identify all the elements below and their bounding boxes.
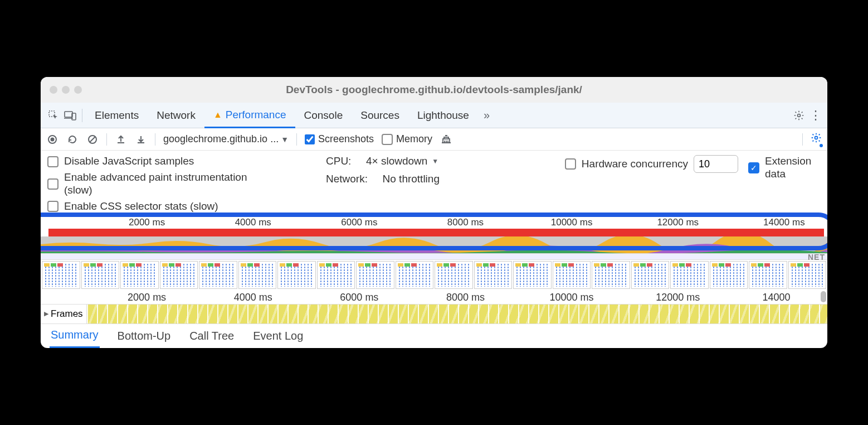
memory-input[interactable]	[382, 134, 393, 145]
capture-settings-icon[interactable]	[811, 132, 822, 146]
inspect-icon[interactable]	[45, 110, 62, 121]
filmstrip-frame[interactable]	[788, 261, 827, 289]
advanced-paint-label: Enable advanced paint instrumentation (s…	[64, 171, 253, 197]
devtools-window: DevTools - googlechrome.github.io/devtoo…	[41, 77, 827, 347]
filmstrip-frame[interactable]	[160, 261, 198, 289]
long-task-bar	[48, 229, 824, 236]
screenshots-input[interactable]	[305, 134, 315, 144]
ruler-tick: 10000 ms	[550, 292, 594, 303]
filmstrip-frame[interactable]	[435, 261, 473, 289]
filmstrip-frame[interactable]	[396, 261, 434, 289]
filmstrip-frame[interactable]	[81, 261, 120, 289]
flamechart-ruler[interactable]: 2000 ms4000 ms6000 ms8000 ms10000 ms1200…	[41, 290, 827, 305]
advanced-paint-row[interactable]: Enable advanced paint instrumentation (s…	[47, 171, 304, 197]
ruler-tick: 6000 ms	[341, 217, 377, 228]
cpu-label: CPU:	[326, 155, 351, 167]
download-icon[interactable]	[135, 134, 147, 144]
ruler-tick: 2000 ms	[128, 292, 166, 303]
screenshots-checkbox[interactable]: Screenshots	[305, 133, 374, 145]
net-label: NET	[808, 253, 825, 262]
recording-source-label: googlechrome.github.io ...	[163, 133, 279, 145]
overview-ruler[interactable]: 2000 ms4000 ms6000 ms8000 ms10000 ms1200…	[41, 215, 827, 229]
filmstrip-frame[interactable]	[238, 261, 277, 289]
css-selector-stats-label: Enable CSS selector stats (slow)	[64, 200, 218, 213]
frames-track[interactable]	[87, 305, 827, 323]
zoom-dot[interactable]	[74, 86, 82, 94]
tab-lighthouse[interactable]: Lighthouse	[408, 103, 478, 128]
hardware-concurrency-checkbox[interactable]	[565, 158, 576, 170]
hardware-concurrency-label: Hardware concurrency	[582, 158, 688, 171]
frames-track-header[interactable]: ▶ Frames	[41, 305, 87, 323]
hardware-concurrency-input[interactable]	[694, 155, 738, 173]
window-titlebar: DevTools - googlechrome.github.io/devtoo…	[41, 77, 827, 103]
extension-data-label: Extension data	[765, 155, 821, 181]
filmstrip-frame[interactable]	[356, 261, 394, 289]
css-selector-stats-row[interactable]: Enable CSS selector stats (slow)	[47, 200, 304, 213]
filmstrip-frame[interactable]	[42, 261, 80, 289]
reload-record-icon[interactable]	[66, 134, 79, 144]
device-toggle-icon[interactable]	[62, 110, 79, 120]
network-label: Network:	[326, 173, 368, 185]
filmstrip-frame[interactable]	[710, 261, 748, 289]
network-overview-row[interactable]: NET	[41, 253, 827, 260]
disable-js-samples-label: Disable JavaScript samples	[64, 155, 194, 168]
screenshot-filmstrip[interactable]	[41, 260, 827, 290]
recording-source-select[interactable]: googlechrome.github.io ... ▼	[163, 133, 289, 145]
extension-data-checkbox[interactable]: ✓	[748, 162, 759, 173]
tab-performance[interactable]: ▲ Performance	[204, 103, 295, 128]
warning-icon: ▲	[213, 110, 222, 120]
filmstrip-frame[interactable]	[277, 261, 316, 289]
filmstrip-frame[interactable]	[631, 261, 670, 289]
ruler-tick: 4000 ms	[235, 217, 271, 228]
details-tab-event-log[interactable]: Event Log	[252, 325, 304, 347]
disable-js-samples-checkbox[interactable]	[47, 156, 58, 167]
cpu-activity-chart[interactable]	[41, 236, 827, 253]
memory-label: Memory	[396, 133, 432, 145]
filmstrip-frame[interactable]	[513, 261, 552, 289]
details-tab-summary[interactable]: Summary	[50, 323, 100, 348]
filmstrip-frame[interactable]	[317, 261, 355, 289]
css-selector-stats-checkbox[interactable]	[47, 201, 58, 212]
advanced-paint-checkbox[interactable]	[47, 178, 58, 190]
memory-checkbox[interactable]: Memory	[382, 133, 432, 145]
more-tabs-icon[interactable]: »	[478, 109, 495, 122]
record-icon[interactable]	[46, 134, 58, 144]
tab-elements[interactable]: Elements	[86, 103, 148, 128]
filmstrip-frame[interactable]	[199, 261, 237, 289]
ruler-tick: 8000 ms	[447, 217, 484, 228]
clear-icon[interactable]	[86, 134, 99, 144]
disable-js-samples-row[interactable]: Disable JavaScript samples	[47, 155, 304, 168]
details-tab-bottom-up[interactable]: Bottom-Up	[116, 325, 172, 347]
screenshots-label: Screenshots	[318, 133, 374, 145]
details-tab-call-tree[interactable]: Call Tree	[188, 325, 235, 347]
tab-sources[interactable]: Sources	[352, 103, 408, 128]
tab-network[interactable]: Network	[148, 103, 204, 128]
minimize-dot[interactable]	[62, 86, 70, 94]
upload-icon[interactable]	[115, 134, 127, 144]
network-throttle-select[interactable]: No throttling	[383, 173, 440, 185]
scrollbar-thumb[interactable]	[821, 291, 826, 302]
tab-console[interactable]: Console	[295, 103, 352, 128]
expand-triangle-icon: ▶	[44, 310, 48, 317]
network-throttle-row: Network: No throttling	[326, 173, 440, 185]
ruler-tick: 4000 ms	[234, 292, 272, 303]
svg-point-3	[798, 114, 801, 117]
settings-icon[interactable]	[789, 110, 808, 121]
panel-tabbar: Elements Network ▲ Performance Console S…	[41, 103, 827, 128]
frames-track-label: Frames	[51, 308, 83, 320]
filmstrip-frame[interactable]	[749, 261, 787, 289]
tab-separator	[82, 109, 82, 122]
filmstrip-frame[interactable]	[553, 261, 591, 289]
cpu-throttle-select[interactable]: 4× slowdown	[366, 155, 427, 167]
filmstrip-frame[interactable]	[474, 261, 513, 289]
details-tabbar: Summary Bottom-Up Call Tree Event Log	[41, 323, 827, 348]
close-dot[interactable]	[50, 86, 57, 94]
ruler-tick: 12000 ms	[657, 217, 699, 228]
filmstrip-frame[interactable]	[670, 261, 709, 289]
svg-line-7	[90, 137, 95, 142]
filmstrip-frame[interactable]	[120, 261, 159, 289]
kebab-menu-icon[interactable]: ⋮	[808, 108, 823, 123]
extension-data-row[interactable]: ✓ Extension data	[748, 155, 821, 181]
filmstrip-frame[interactable]	[592, 261, 630, 289]
garbage-collect-icon[interactable]	[440, 134, 452, 145]
